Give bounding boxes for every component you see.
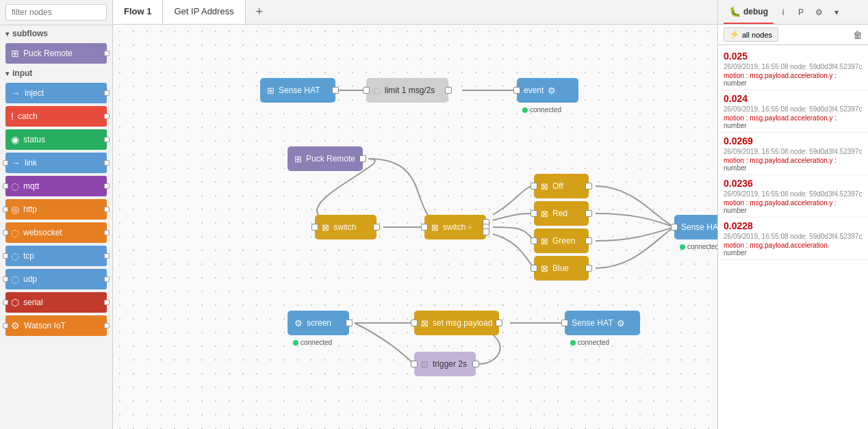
puck-remote-label: Puck Remote bbox=[23, 49, 73, 58]
debug-type-0: number bbox=[724, 79, 863, 87]
catch-label: catch bbox=[18, 112, 38, 121]
screen-node[interactable]: ⚙ screen connected bbox=[288, 311, 349, 335]
debug-msg-3: motion : msg.payload.acceleration.y : bbox=[724, 199, 863, 207]
set-msg-payload-icon: ⊠ bbox=[421, 318, 429, 328]
link-icon: → bbox=[11, 157, 21, 168]
screen-icon: ⚙ bbox=[294, 318, 303, 328]
filter-icon: ⚡ bbox=[730, 30, 739, 39]
sidebar-item-serial[interactable]: ⬡ serial bbox=[5, 292, 107, 313]
set-msg-payload-node[interactable]: ⊠ set msg.payload bbox=[414, 311, 499, 335]
screen-label: screen bbox=[307, 318, 331, 328]
switch-1-port-right bbox=[373, 224, 380, 231]
sidebar-item-puck-remote[interactable]: ⊞ Puck Remote bbox=[5, 43, 107, 64]
sense-hat-3-label: Sense HAT bbox=[572, 318, 613, 328]
trigger-2s-label: trigger 2s bbox=[433, 359, 467, 369]
off-port-left bbox=[531, 183, 537, 190]
debug-value-4: 0.0228 bbox=[724, 220, 863, 231]
debug-type-3: number bbox=[724, 207, 863, 214]
switch-1-label: switch bbox=[333, 222, 356, 232]
puck-remote-flow-node[interactable]: ⊞ Puck Remote bbox=[288, 146, 363, 171]
switch-1-node[interactable]: ⊠ switch bbox=[315, 215, 376, 239]
search-input[interactable] bbox=[5, 4, 107, 21]
mqtt-icon: ◌ bbox=[11, 181, 19, 192]
switch-2-port-left bbox=[421, 224, 428, 231]
switch-2-icon: ⊠ bbox=[431, 222, 439, 233]
sidebar-item-http[interactable]: ◎ http bbox=[5, 199, 107, 220]
event-status-text: connected bbox=[530, 106, 561, 114]
red-label: Red bbox=[552, 209, 567, 218]
sidebar-item-websocket[interactable]: ◌ websocket bbox=[5, 222, 107, 243]
debug-type-4: number bbox=[724, 249, 863, 257]
debug-meta-text-3: 26/09/2019, 16:55:08 node: bbox=[724, 190, 807, 198]
sense-hat-2-node[interactable]: Sense HAT ⚙ connected bbox=[674, 215, 717, 239]
tab-get-ip-label: Get IP Address bbox=[174, 6, 233, 16]
blue-node[interactable]: ⊠ Blue bbox=[534, 256, 589, 281]
debug-msg-1: motion : msg.payload.acceleration.y : bbox=[724, 114, 863, 122]
off-port-right bbox=[585, 183, 592, 190]
debug-p-icon: P bbox=[798, 8, 804, 17]
sidebar-item-status[interactable]: ◉ status bbox=[5, 129, 107, 150]
red-node[interactable]: ⊠ Red bbox=[534, 201, 589, 226]
red-icon: ⊠ bbox=[541, 209, 548, 219]
sense-hat-3-status-dot bbox=[570, 340, 576, 346]
input-label: input bbox=[12, 68, 32, 78]
sense-hat-1-node[interactable]: ⊞ Sense HAT bbox=[260, 78, 335, 103]
off-label: Off bbox=[552, 181, 563, 191]
set-msg-payload-port-right bbox=[496, 320, 502, 326]
puck-remote-flow-port-right bbox=[359, 155, 366, 162]
debug-meta-2: 26/09/2019, 16:55:08 node: 59d0d3f4.5239… bbox=[724, 148, 863, 155]
sidebar-item-udp[interactable]: ◌ udp bbox=[5, 269, 107, 289]
sidebar-item-watson-iot[interactable]: ⚙ Watson IoT bbox=[5, 315, 107, 336]
canvas[interactable]: ⊞ Sense HAT ◌ limit 1 msg/2s event ⚙ con… bbox=[113, 25, 717, 429]
sidebar-item-tcp[interactable]: ◌ tcp bbox=[5, 246, 107, 266]
debug-p-btn[interactable]: P bbox=[793, 4, 809, 21]
status-port-right bbox=[104, 137, 110, 142]
sense-hat-2-label: Sense HAT bbox=[681, 222, 717, 232]
trigger-2s-port-left bbox=[411, 361, 418, 367]
debug-node-id-3: 59d0d3f4.52397c bbox=[809, 190, 862, 198]
input-section-header[interactable]: ▾ input bbox=[0, 65, 112, 81]
green-label: Green bbox=[552, 236, 575, 246]
tab-get-ip[interactable]: Get IP Address bbox=[163, 0, 245, 24]
puck-remote-flow-label: Puck Remote bbox=[306, 154, 355, 164]
debug-settings-btn[interactable]: ⚙ bbox=[810, 4, 827, 21]
trigger-2s-node[interactable]: ⊡ trigger 2s bbox=[414, 352, 476, 376]
switch-2-port-right-3 bbox=[483, 229, 489, 235]
green-port-left bbox=[531, 237, 537, 244]
event-node[interactable]: event ⚙ connected bbox=[517, 78, 578, 103]
subflows-section-header[interactable]: ▾ subflows bbox=[0, 25, 112, 42]
sidebar-item-catch[interactable]: ! catch bbox=[5, 106, 107, 127]
green-node[interactable]: ⊠ Green bbox=[534, 229, 589, 253]
tab-add-button[interactable]: + bbox=[248, 1, 270, 23]
delete-debug-button[interactable]: 🗑 bbox=[853, 29, 863, 40]
all-nodes-button[interactable]: ⚡ all nodes bbox=[724, 27, 778, 42]
sense-hat-1-icon: ⊞ bbox=[267, 86, 275, 96]
sense-hat-3-node[interactable]: Sense HAT ⚙ connected bbox=[565, 311, 640, 335]
debug-info-btn[interactable]: i bbox=[775, 4, 791, 21]
debug-msg-0: motion : msg.payload.acceleration.y : bbox=[724, 72, 863, 79]
switch-2-label: switch bbox=[443, 222, 465, 232]
limit-1-node[interactable]: ◌ limit 1 msg/2s bbox=[366, 78, 448, 103]
sidebar-item-mqtt[interactable]: ◌ mqtt bbox=[5, 176, 107, 196]
switch-2-node[interactable]: ⊠ switch ✛ bbox=[424, 215, 486, 239]
websocket-port-right bbox=[104, 230, 110, 235]
sidebar-item-inject[interactable]: → inject bbox=[5, 83, 107, 103]
http-icon: ◎ bbox=[11, 204, 19, 215]
limit-1-port-left bbox=[363, 87, 370, 94]
debug-node-id-2: 59d0d3f4.52397c bbox=[809, 148, 862, 155]
tab-flow1[interactable]: Flow 1 bbox=[113, 0, 163, 24]
off-node[interactable]: ⊠ Off bbox=[534, 174, 589, 198]
green-icon: ⊠ bbox=[541, 236, 548, 246]
sidebar-item-link[interactable]: → link bbox=[5, 153, 107, 173]
screen-status-text: connected bbox=[301, 339, 332, 346]
debug-msg-4: motion : msg.payload.acceleration. bbox=[724, 242, 863, 249]
node-port-right bbox=[104, 51, 110, 56]
http-port-left bbox=[3, 207, 8, 212]
set-msg-payload-port-left bbox=[411, 320, 418, 326]
debug-chevron-btn[interactable]: ▾ bbox=[828, 4, 845, 21]
debug-type-2: number bbox=[724, 164, 863, 172]
debug-meta-text-2: 26/09/2019, 16:55:08 node: bbox=[724, 148, 807, 155]
debug-tab[interactable]: 🐛 debug bbox=[724, 0, 774, 24]
blue-label: Blue bbox=[552, 263, 569, 273]
debug-entry-3: 0.0236 26/09/2019, 16:55:08 node: 59d0d3… bbox=[718, 175, 868, 218]
